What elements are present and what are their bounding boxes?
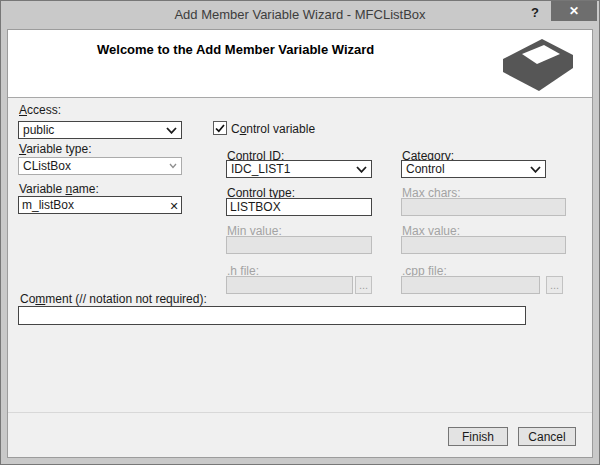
cpp-file-input xyxy=(401,276,540,294)
access-select[interactable]: public xyxy=(18,121,182,139)
comment-input[interactable] xyxy=(18,306,526,325)
variable-name-input[interactable] xyxy=(19,198,167,212)
wizard-box-icon xyxy=(494,38,576,92)
comment-label: Comment (// notation not required): xyxy=(20,292,207,306)
window-title: Add Member Variable Wizard - MFCListBox xyxy=(1,7,599,22)
titlebar[interactable]: Add Member Variable Wizard - MFCListBox … xyxy=(1,1,599,29)
category-select[interactable]: Control xyxy=(401,160,546,178)
cancel-button[interactable]: Cancel xyxy=(518,427,576,446)
chevron-down-icon xyxy=(356,166,367,173)
help-button[interactable]: ? xyxy=(526,3,544,22)
finish-button[interactable]: Finish xyxy=(448,427,508,446)
variable-name-label: Variable name: xyxy=(19,182,99,196)
close-button[interactable]: ✕ xyxy=(551,1,597,21)
check-icon xyxy=(215,124,225,133)
access-label: Access: xyxy=(19,103,61,117)
variable-type-select[interactable]: CListBox xyxy=(18,157,182,175)
chevron-down-icon xyxy=(530,166,541,173)
close-icon: ✕ xyxy=(569,4,579,18)
variable-type-label: Variable type: xyxy=(19,142,92,156)
control-id-select[interactable]: IDC_LIST1 xyxy=(226,160,372,178)
max-value-input xyxy=(401,236,566,254)
control-variable-checkbox[interactable] xyxy=(213,121,227,135)
dialog-panel: Welcome to the Add Member Variable Wizar… xyxy=(7,29,593,458)
h-file-input xyxy=(226,276,353,294)
wizard-dialog: Add Member Variable Wizard - MFCListBox … xyxy=(0,0,600,465)
control-variable-label[interactable]: Control variable xyxy=(231,122,315,136)
min-value-input xyxy=(226,236,372,254)
variable-name-field[interactable]: ✕ xyxy=(18,196,182,214)
chevron-down-icon xyxy=(169,163,177,169)
control-type-input[interactable] xyxy=(226,198,372,216)
max-chars-input xyxy=(401,198,566,216)
h-file-browse-button: ... xyxy=(355,276,372,294)
chevron-down-icon xyxy=(166,127,177,134)
footer-divider xyxy=(8,412,592,413)
cpp-file-browse-button: ... xyxy=(546,276,563,294)
wizard-banner-title: Welcome to the Add Member Variable Wizar… xyxy=(97,42,374,57)
wizard-banner: Welcome to the Add Member Variable Wizar… xyxy=(8,30,592,98)
clear-icon[interactable]: ✕ xyxy=(167,196,181,214)
